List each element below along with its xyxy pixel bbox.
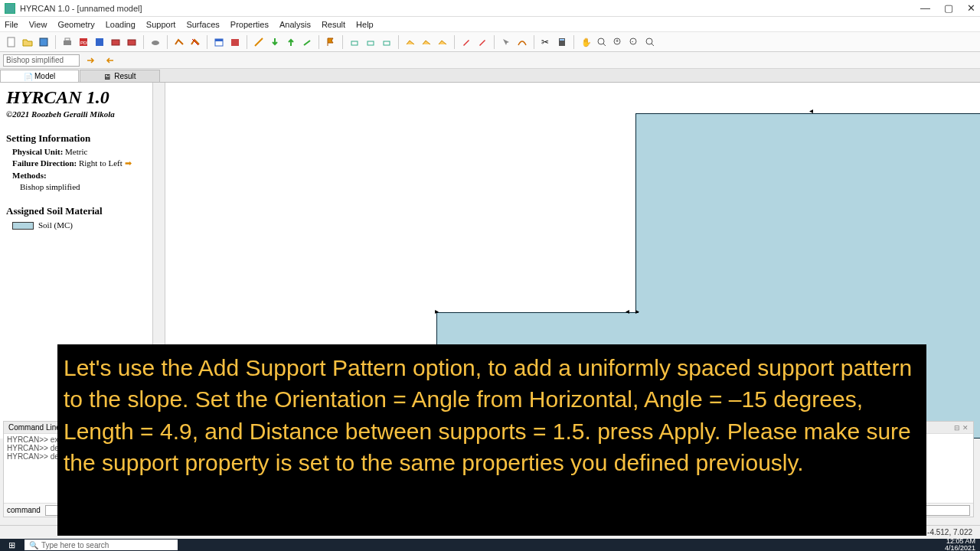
open-icon[interactable] bbox=[21, 35, 34, 49]
command-header: Command Line bbox=[8, 423, 60, 432]
tab-result[interactable]: 🖥Result bbox=[80, 70, 159, 82]
scissors-icon[interactable]: ✂ bbox=[539, 35, 553, 49]
calendar-icon[interactable] bbox=[212, 35, 226, 49]
tab-model[interactable]: 📄Model bbox=[0, 70, 79, 82]
delete-boundary-icon[interactable] bbox=[188, 35, 202, 49]
arrow-up-icon[interactable] bbox=[284, 35, 298, 49]
svg-rect-1 bbox=[40, 38, 47, 46]
failure-label: Failure Direction: bbox=[12, 158, 77, 168]
svg-rect-20 bbox=[560, 39, 564, 41]
minimize-button[interactable]: — bbox=[920, 2, 930, 14]
menu-properties[interactable]: Properties bbox=[230, 20, 269, 29]
menu-loading[interactable]: Loading bbox=[106, 20, 136, 29]
svg-text:✂: ✂ bbox=[541, 37, 549, 47]
svg-rect-17 bbox=[384, 41, 390, 45]
vertex-marker[interactable]: ▸ bbox=[435, 307, 439, 315]
menu-support[interactable]: Support bbox=[146, 20, 176, 29]
svg-rect-2 bbox=[64, 41, 71, 45]
svg-rect-13 bbox=[231, 39, 239, 46]
surface3-icon[interactable] bbox=[436, 35, 449, 49]
upper-soil-block[interactable] bbox=[635, 113, 980, 313]
curve-icon[interactable] bbox=[515, 35, 529, 49]
zoom-in-icon[interactable]: + bbox=[611, 35, 625, 49]
svg-rect-6 bbox=[96, 38, 103, 46]
chart-icon[interactable] bbox=[228, 35, 242, 49]
save-icon[interactable] bbox=[37, 35, 51, 49]
windows-taskbar[interactable]: ⊞ 🔍 Type here to search 12:05 AM 4/16/20… bbox=[0, 539, 980, 551]
svg-rect-0 bbox=[8, 37, 15, 47]
print-icon[interactable] bbox=[60, 35, 74, 49]
soil-name: Soil (MC) bbox=[38, 220, 73, 230]
physical-unit-label: Physical Unit: bbox=[12, 147, 63, 156]
svg-rect-8 bbox=[128, 40, 136, 45]
menu-analysis[interactable]: Analysis bbox=[279, 20, 311, 29]
pen2-icon[interactable] bbox=[475, 35, 489, 49]
cursor-icon[interactable] bbox=[499, 35, 513, 49]
menu-file[interactable]: File bbox=[5, 20, 18, 29]
svg-point-22 bbox=[598, 38, 604, 44]
svg-text:✋: ✋ bbox=[581, 37, 591, 47]
tutorial-caption: Let's use the Add Support Pattern option… bbox=[57, 344, 926, 536]
svg-rect-15 bbox=[351, 41, 358, 45]
calculator-icon[interactable] bbox=[555, 35, 569, 49]
maximize-button[interactable]: ▢ bbox=[944, 2, 953, 14]
menu-surfaces[interactable]: Surfaces bbox=[186, 20, 219, 29]
window-title: HYRCAN 1.0 - [unnamed model] bbox=[20, 4, 920, 13]
svg-point-28 bbox=[646, 38, 652, 44]
boundary-icon[interactable] bbox=[172, 35, 186, 49]
surface1-icon[interactable] bbox=[403, 35, 417, 49]
menu-view[interactable]: View bbox=[29, 20, 47, 29]
panel-controls[interactable]: ⊟ ✕ bbox=[954, 424, 969, 432]
arrow-angle-icon[interactable] bbox=[300, 35, 314, 49]
arrow-down-icon[interactable] bbox=[268, 35, 282, 49]
cloud-icon[interactable] bbox=[149, 35, 162, 49]
svg-text:PDF: PDF bbox=[80, 41, 89, 45]
vertex-marker[interactable]: ▸ bbox=[635, 307, 639, 315]
direction1-icon[interactable] bbox=[84, 54, 98, 67]
export1-icon[interactable] bbox=[109, 35, 122, 49]
svg-line-29 bbox=[652, 44, 654, 46]
flag-icon[interactable] bbox=[324, 35, 338, 49]
export2-icon[interactable] bbox=[125, 35, 139, 49]
zoom-extents-icon[interactable] bbox=[643, 35, 657, 49]
support1-icon[interactable] bbox=[348, 35, 361, 49]
svg-rect-16 bbox=[368, 41, 374, 45]
menu-bar: File View Geometry Loading Support Surfa… bbox=[0, 17, 980, 32]
vertex-marker[interactable]: ◂ bbox=[626, 307, 629, 315]
pen1-icon[interactable] bbox=[459, 35, 473, 49]
pan-icon[interactable]: ✋ bbox=[579, 35, 593, 49]
soil-swatch bbox=[12, 222, 34, 230]
vertex-marker[interactable]: ◂ bbox=[809, 106, 813, 115]
physical-unit-value: Metric bbox=[65, 147, 87, 156]
zoom-window-icon[interactable] bbox=[595, 35, 609, 49]
new-icon[interactable] bbox=[5, 35, 18, 49]
menu-help[interactable]: Help bbox=[356, 20, 374, 29]
svg-text:-: - bbox=[632, 38, 634, 44]
grid-icon[interactable] bbox=[93, 35, 106, 49]
pdf-icon[interactable]: PDF bbox=[77, 35, 90, 49]
svg-point-9 bbox=[152, 41, 159, 45]
model-tab-icon: 📄 bbox=[24, 73, 31, 80]
app-name: HYRCAN 1.0 bbox=[6, 87, 146, 108]
method-dropdown[interactable]: Bishop simplified bbox=[3, 54, 80, 67]
main-toolbar: PDF ✂ ✋ + - bbox=[0, 32, 980, 52]
menu-result[interactable]: Result bbox=[322, 20, 345, 29]
setting-header: Setting Information bbox=[6, 132, 146, 145]
direction2-icon[interactable] bbox=[103, 54, 116, 67]
copyright: ©2021 Roozbeh Geraili Mikola bbox=[6, 109, 146, 119]
svg-rect-3 bbox=[65, 38, 70, 41]
zoom-out-icon[interactable]: - bbox=[627, 35, 641, 49]
system-clock[interactable]: 12:05 AM 4/16/2021 bbox=[945, 538, 980, 551]
svg-line-14 bbox=[255, 38, 263, 46]
surface2-icon[interactable] bbox=[420, 35, 433, 49]
menu-geometry[interactable]: Geometry bbox=[57, 20, 94, 29]
support2-icon[interactable] bbox=[364, 35, 377, 49]
start-button[interactable]: ⊞ bbox=[0, 539, 23, 551]
taskbar-search[interactable]: 🔍 Type here to search bbox=[24, 540, 178, 550]
close-button[interactable]: ✕ bbox=[967, 2, 975, 14]
line-icon[interactable] bbox=[252, 35, 266, 49]
support3-icon[interactable] bbox=[380, 35, 394, 49]
command-label: command bbox=[7, 506, 41, 514]
failure-arrow-icon: ➡ bbox=[125, 158, 132, 168]
svg-text:+: + bbox=[616, 38, 619, 44]
